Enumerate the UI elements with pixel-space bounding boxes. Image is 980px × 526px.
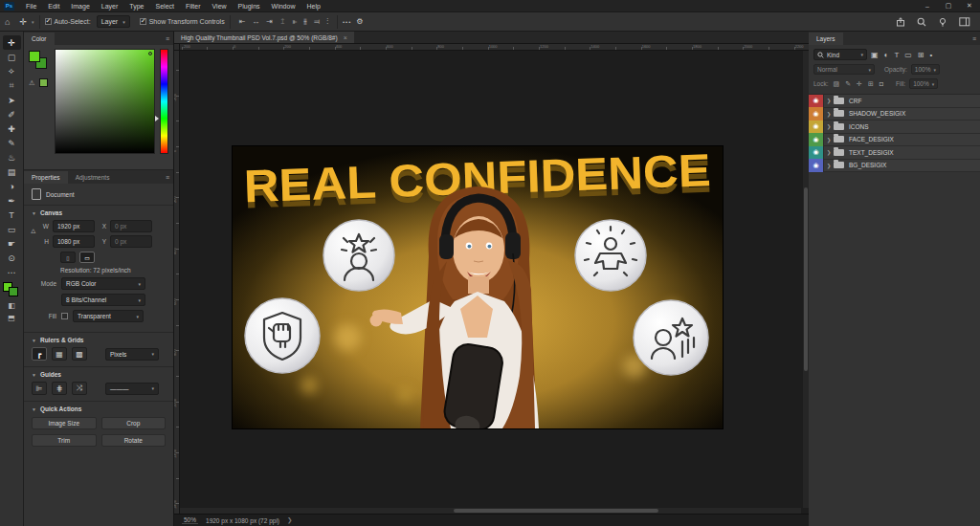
zoom-tool-icon[interactable]: ⊙ — [3, 251, 21, 265]
layer-row[interactable]: ◉❯SHADOW_DESIGIX — [809, 108, 980, 121]
lock-artboard-icon[interactable]: ⊞ — [868, 80, 874, 88]
lock-all-icon[interactable]: ◘ — [880, 80, 883, 87]
layer-filter-dropdown[interactable]: Kind▾ — [813, 49, 867, 60]
menu-window[interactable]: Window — [266, 0, 301, 12]
filter-type-layers-icon[interactable]: T — [894, 51, 899, 59]
layer-visibility-eye-icon[interactable]: ◉ — [809, 133, 824, 146]
align-right-icon[interactable]: ⇥ — [266, 17, 273, 26]
layer-row[interactable]: ◉❯TEXT_DESIGIX — [809, 146, 980, 160]
workspace-switcher-icon[interactable] — [959, 17, 970, 27]
ruler-units-dropdown[interactable]: Pixels▾ — [105, 348, 159, 361]
crop-tool-icon[interactable]: ⌗ — [3, 78, 21, 93]
gradient-tool-icon[interactable]: ▤ — [3, 164, 21, 179]
layer-visibility-eye-icon[interactable]: ◉ — [809, 121, 824, 134]
layer-visibility-eye-icon[interactable]: ◉ — [809, 95, 824, 108]
background-color-swatch[interactable] — [9, 287, 18, 296]
move-tool-preset-icon[interactable]: ✛ — [19, 17, 27, 27]
layer-visibility-eye-icon[interactable]: ◉ — [809, 146, 824, 160]
auto-select-checkbox[interactable] — [45, 18, 52, 25]
auto-select-target-dropdown[interactable]: Layer▾ — [97, 15, 130, 28]
status-chevron-icon[interactable]: ❯ — [287, 516, 292, 524]
maximize-button[interactable]: ▢ — [938, 0, 959, 12]
lock-position-icon[interactable]: ✛ — [857, 80, 862, 88]
fill-dropdown[interactable]: Transparent▾ — [73, 310, 144, 322]
filter-smart-objects-icon[interactable]: ⊞ — [918, 51, 924, 59]
more-options-icon[interactable]: ••• — [343, 19, 351, 25]
gamut-swatch[interactable] — [39, 78, 48, 87]
pixel-grid-icon[interactable]: ▩ — [72, 347, 87, 361]
height-field[interactable]: 1080 px — [53, 235, 95, 248]
tab-color[interactable]: Color — [24, 33, 55, 45]
marquee-tool-icon[interactable]: ▢ — [3, 50, 21, 64]
distribute-v-icon[interactable]: ⫶ — [326, 17, 328, 27]
layers-panel-menu-icon[interactable]: ≡ — [972, 35, 976, 42]
distribute-left-icon[interactable]: ⫦ — [293, 17, 298, 27]
document-tab-close-icon[interactable]: × — [344, 34, 347, 41]
x-field[interactable]: 0 px — [110, 220, 152, 232]
filter-pixel-layers-icon[interactable]: ▣ — [871, 51, 879, 59]
vertical-scrollbar-thumb[interactable] — [804, 187, 808, 370]
preset-chevron-icon[interactable]: ▾ — [32, 19, 34, 25]
saturation-brightness-field[interactable] — [55, 49, 155, 154]
trim-button[interactable]: Trim — [32, 434, 97, 447]
minimize-button[interactable]: – — [917, 0, 938, 12]
layer-expand-icon[interactable]: ❯ — [824, 137, 834, 142]
clear-guides-icon[interactable]: ⤨ — [72, 382, 87, 395]
selection-tool-icon[interactable]: ➤ — [3, 93, 21, 107]
shape-tool-icon[interactable]: ▭ — [3, 222, 21, 236]
guide-layout-icon[interactable]: ⋕ — [52, 382, 67, 395]
guide-style-dropdown[interactable]: ———▾ — [105, 383, 159, 395]
layer-row[interactable]: ◉❯CRF — [809, 95, 980, 108]
align-top-icon[interactable]: ↥ — [279, 17, 286, 26]
dodge-tool-icon[interactable]: ◑ — [3, 179, 21, 193]
filter-toggle-icon[interactable]: • — [930, 51, 933, 59]
rotate-button[interactable]: Rotate — [101, 434, 167, 447]
align-left-icon[interactable]: ⇤ — [239, 17, 246, 26]
color-mode-dropdown[interactable]: RGB Color▾ — [61, 277, 145, 290]
pen-tool-icon[interactable]: ✒ — [3, 193, 21, 208]
fill-checkbox[interactable] — [61, 313, 68, 319]
healing-tool-icon[interactable]: ✚ — [3, 121, 21, 136]
layer-expand-icon[interactable]: ❯ — [824, 98, 834, 103]
discover-lightbulb-icon[interactable] — [938, 17, 947, 27]
lock-image-icon[interactable]: ✎ — [845, 80, 851, 88]
layer-row[interactable]: ◉❯ICONS — [809, 121, 980, 134]
tab-adjustments[interactable]: Adjustments — [68, 171, 118, 184]
link-dimensions-icon[interactable]: 🜂 — [30, 227, 37, 235]
align-center-h-icon[interactable]: ↔ — [252, 17, 259, 26]
filter-shape-layers-icon[interactable]: ▭ — [904, 51, 912, 59]
gear-icon[interactable]: ⚙ — [356, 17, 363, 26]
document-tab[interactable]: High Quality Thumbnail PSD Vol.7.psd @ 5… — [174, 32, 354, 43]
tab-layers[interactable]: Layers — [809, 33, 843, 45]
quick-mask-icon[interactable]: ◧ — [8, 301, 15, 310]
home-icon[interactable]: ⌂ — [5, 17, 10, 27]
orientation-landscape-button[interactable]: ▭ — [79, 252, 95, 263]
close-button[interactable]: ✕ — [959, 0, 980, 12]
menu-help[interactable]: Help — [301, 0, 325, 12]
layer-expand-icon[interactable]: ❯ — [824, 149, 834, 155]
menu-edit[interactable]: Edit — [42, 0, 65, 12]
distribute-right-icon[interactable]: ⫤ — [314, 17, 320, 27]
filter-adjustment-layers-icon[interactable]: ◐ — [884, 51, 889, 59]
menu-image[interactable]: Image — [65, 0, 95, 12]
crop-button[interactable]: Crop — [101, 417, 167, 429]
layer-visibility-eye-icon[interactable]: ◉ — [809, 159, 824, 172]
width-field[interactable]: 1920 px — [53, 220, 95, 232]
menu-filter[interactable]: Filter — [180, 0, 207, 12]
hue-slider-handle[interactable] — [155, 116, 159, 121]
blend-mode-dropdown[interactable]: Normal▾ — [813, 64, 875, 75]
lasso-tool-icon[interactable]: ⟡ — [3, 64, 21, 78]
menu-plugins[interactable]: Plugins — [233, 0, 266, 12]
image-size-button[interactable]: Image Size — [32, 417, 97, 429]
y-field[interactable]: 0 px — [110, 235, 152, 248]
stamp-tool-icon[interactable]: ♨ — [3, 150, 21, 164]
show-transform-checkbox[interactable] — [140, 18, 146, 25]
fill-field[interactable]: 100%▾ — [909, 78, 938, 89]
search-icon[interactable] — [917, 17, 926, 27]
tab-properties[interactable]: Properties — [24, 171, 68, 184]
menu-type[interactable]: Type — [123, 0, 149, 12]
screen-mode-icon[interactable]: ⬒ — [8, 314, 15, 322]
share-icon[interactable] — [896, 17, 905, 27]
orientation-portrait-button[interactable]: ▯ — [60, 252, 76, 263]
more-tools-icon[interactable]: ⋯ — [3, 265, 21, 279]
